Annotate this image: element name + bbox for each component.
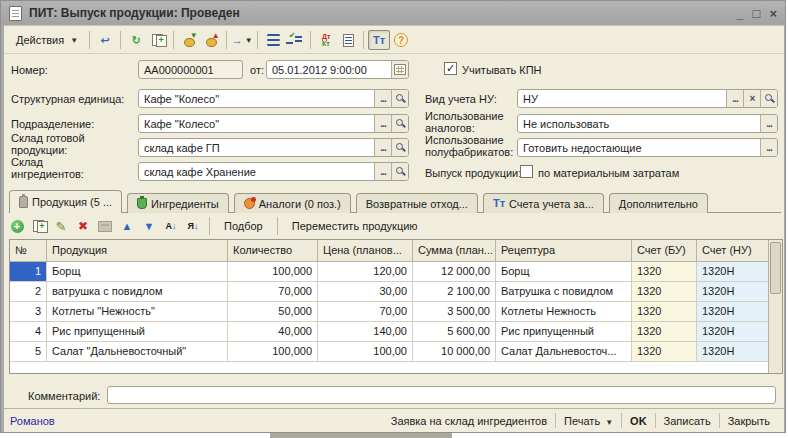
table-cell[interactable]: 100,000	[228, 262, 318, 282]
kpn-checkbox[interactable]	[444, 62, 457, 75]
open-button[interactable]	[391, 115, 408, 132]
table-cell[interactable]: Рис припущенный	[496, 322, 632, 342]
number-field[interactable]: АА000000001	[138, 60, 243, 79]
minimize-button[interactable]: _	[736, 7, 743, 20]
table-cell[interactable]: 12 000,00	[413, 262, 496, 282]
vertical-scrollbar[interactable]	[768, 240, 782, 373]
choose-button[interactable]: ...	[374, 90, 391, 107]
table-cell[interactable]: 40,000	[228, 322, 318, 342]
table-row[interactable]: 3Котлеты "Нежность"50,00070,003 500,00Ко…	[10, 302, 768, 322]
podbor-button[interactable]: Подбор	[216, 218, 271, 234]
ok-button[interactable]: OK	[622, 415, 655, 427]
column-header[interactable]: Счет (БУ)	[632, 240, 697, 262]
clear-button[interactable]: ×	[743, 90, 760, 107]
calendar-button[interactable]	[391, 61, 408, 78]
checklist-button[interactable]	[284, 30, 306, 50]
table-cell[interactable]: Ватрушка с повидлом	[496, 282, 632, 302]
table-cell[interactable]: Котлеты Нежность	[496, 302, 632, 322]
tab-return-waste[interactable]: Возвратные отход...	[356, 193, 478, 213]
department-field[interactable]: Кафе "Колесо" ...	[138, 114, 409, 133]
table-cell[interactable]: 1320Н	[697, 322, 768, 342]
help-button[interactable]: ?	[390, 30, 412, 50]
row-number-cell[interactable]: 2	[10, 282, 47, 302]
tab-ingredients[interactable]: Ингредиенты	[127, 193, 229, 213]
table-cell[interactable]: 1320	[632, 342, 697, 362]
table-cell[interactable]: 140,00	[318, 322, 413, 342]
date-field[interactable]: 05.01.2012 9:00:00	[266, 60, 409, 79]
sort-desc-button[interactable]: Я↓	[183, 217, 203, 235]
table-cell[interactable]: 70,000	[228, 282, 318, 302]
column-header[interactable]: Счет (НУ)	[697, 240, 768, 262]
table-cell[interactable]: 100,000	[228, 342, 318, 362]
move-up-button[interactable]: ▲	[117, 217, 137, 235]
analogs-usage-field[interactable]: Не использовать ...	[517, 114, 778, 133]
tab-additional[interactable]: Дополнительно	[609, 193, 708, 213]
table-cell[interactable]: 1320Н	[697, 282, 768, 302]
column-header[interactable]: Цена (планов...	[318, 240, 413, 262]
table-cell[interactable]: 50,000	[228, 302, 318, 322]
refresh-button[interactable]: ↻	[125, 30, 147, 50]
open-button[interactable]	[391, 139, 408, 156]
close-button[interactable]: ×	[769, 7, 777, 20]
structural-unit-field[interactable]: Кафе "Колесо" ...	[138, 89, 409, 108]
reread-button[interactable]: ↩	[94, 30, 116, 50]
table-cell[interactable]: 1320Н	[697, 262, 768, 282]
responsible-user-link[interactable]: Романов	[10, 415, 55, 427]
table-cell[interactable]: 1320	[632, 302, 697, 322]
tab-cost-accounts[interactable]: Тт Счета учета за...	[483, 193, 604, 213]
table-cell[interactable]: ватрушка с повидлом	[47, 282, 228, 302]
delete-row-button[interactable]: ✖	[73, 217, 93, 235]
tab-analogs[interactable]: Аналоги (0 поз.)	[234, 193, 351, 213]
row-number-cell[interactable]: 4	[10, 322, 47, 342]
unpost-button[interactable]	[200, 30, 222, 50]
table-cell[interactable]: 1320	[632, 322, 697, 342]
scrollbar-thumb[interactable]	[770, 242, 781, 294]
choose-button[interactable]: ...	[760, 139, 777, 156]
open-button[interactable]	[391, 163, 408, 180]
post-button[interactable]	[178, 30, 200, 50]
add-row-button[interactable]: +	[7, 217, 27, 235]
row-number-cell[interactable]: 1	[10, 262, 47, 282]
column-header[interactable]: Продукция	[47, 240, 228, 262]
table-cell[interactable]: 2 100,00	[413, 282, 496, 302]
table-cell[interactable]: 100,00	[318, 342, 413, 362]
row-number-cell[interactable]: 5	[10, 342, 47, 362]
table-cell[interactable]: Котлеты "Нежность"	[47, 302, 228, 322]
open-button[interactable]	[760, 90, 777, 107]
table-cell[interactable]: 120,00	[318, 262, 413, 282]
table-cell[interactable]: 3 500,00	[413, 302, 496, 322]
ingredients-warehouse-request-button[interactable]: Заявка на склад ингредиентов	[383, 415, 555, 427]
document-report-button[interactable]	[337, 30, 359, 50]
table-cell[interactable]: 30,00	[318, 282, 413, 302]
table-row[interactable]: 2ватрушка с повидлом70,00030,002 100,00В…	[10, 282, 768, 302]
column-header[interactable]: Сумма (план...	[413, 240, 496, 262]
filter-settings-button[interactable]: Тт	[368, 30, 390, 50]
table-cell[interactable]: Борщ	[47, 262, 228, 282]
goto-button[interactable]: →▼	[231, 30, 253, 50]
table-row[interactable]: 1Борщ100,000120,0012 000,00Борщ13201320Н	[10, 262, 768, 282]
table-row[interactable]: 5Салат "Дальневосточный"100,000100,0010 …	[10, 342, 768, 362]
choose-button[interactable]: ...	[374, 163, 391, 180]
copy-button[interactable]	[147, 30, 169, 50]
open-button[interactable]	[391, 90, 408, 107]
finished-goods-warehouse-field[interactable]: склад кафе ГП ...	[138, 138, 409, 157]
copy-row-button[interactable]	[29, 217, 49, 235]
close-form-button[interactable]: Закрыть	[720, 415, 778, 427]
table-cell[interactable]: 1320Н	[697, 302, 768, 322]
dtkt-button[interactable]: ДтКт	[315, 30, 337, 50]
ingredients-warehouse-field[interactable]: склад кафе Хранение ...	[138, 162, 409, 181]
table-cell[interactable]: Борщ	[496, 262, 632, 282]
table-cell[interactable]: 1320Н	[697, 342, 768, 362]
move-products-button[interactable]: Переместить продукцию	[284, 218, 426, 234]
actions-menu-button[interactable]: Действия ▼	[9, 31, 85, 49]
maximize-button[interactable]: □	[753, 7, 761, 20]
material-costs-checkbox[interactable]	[520, 165, 533, 178]
table-row[interactable]: 4Рис припущенный40,000140,005 600,00Рис …	[10, 322, 768, 342]
structure-button[interactable]	[262, 30, 284, 50]
table-cell[interactable]: Салат Дальневосточ...	[496, 342, 632, 362]
choose-button[interactable]: ...	[374, 115, 391, 132]
table-cell[interactable]: 1320	[632, 262, 697, 282]
end-edit-button[interactable]	[95, 217, 115, 235]
tab-products[interactable]: Продукция (5 ...	[9, 190, 122, 213]
semifinished-usage-field[interactable]: Готовить недостающие ...	[517, 138, 778, 157]
